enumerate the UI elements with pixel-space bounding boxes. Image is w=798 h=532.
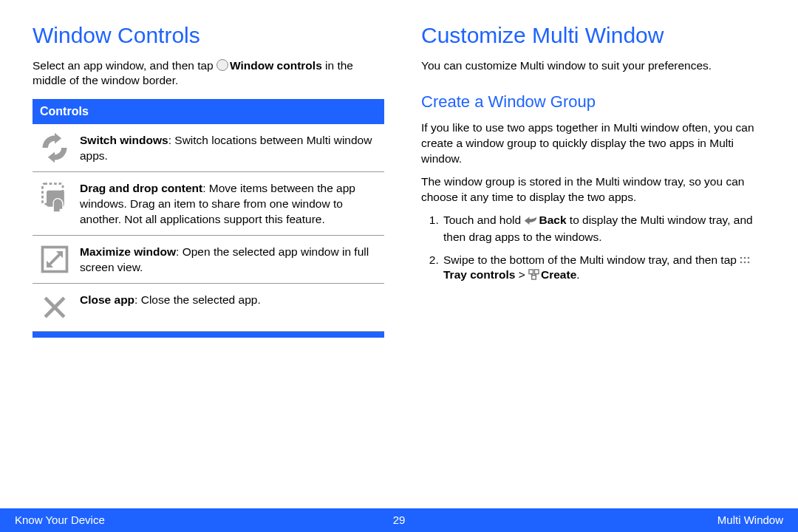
step2-bold1: Tray controls [443, 268, 515, 281]
step1-before: Touch and hold [443, 214, 524, 226]
svg-point-11 [744, 256, 746, 259]
step2-bold2: Create [541, 268, 576, 281]
dragdrop-label: Drag and drop content [80, 182, 202, 194]
svg-point-10 [740, 256, 743, 259]
create-group-steps: Touch and hold Back to display the Multi… [427, 213, 773, 285]
page-footer: Know Your Device 29 Multi Window [0, 508, 798, 532]
maximize-text: Maximize window: Open the selected app w… [80, 243, 378, 276]
dragdrop-icon [38, 180, 71, 212]
svg-point-13 [740, 261, 743, 263]
svg-point-12 [748, 256, 750, 259]
svg-point-15 [748, 261, 750, 263]
customize-heading: Customize Multi Window [421, 21, 773, 51]
close-desc: : Close the selected app. [134, 293, 261, 306]
svg-line-5 [50, 253, 61, 265]
close-text: Close app: Close the selected app. [80, 291, 378, 308]
maximize-icon [38, 243, 71, 276]
create-group-p2: The window group is stored in the Multi … [421, 174, 773, 205]
intro-text-before: Select an app window, and then tap [33, 59, 216, 72]
list-item: Swipe to the bottom of the Multi window … [442, 253, 773, 285]
step2-sep: > [515, 268, 528, 281]
controls-table: Controls Switch windows: Switch location… [33, 99, 384, 337]
switch-icon [38, 132, 71, 164]
maximize-label: Maximize window [80, 245, 176, 258]
window-controls-intro: Select an app window, and then tap Windo… [33, 58, 384, 89]
table-row: Drag and drop content: Move items betwee… [33, 172, 384, 236]
table-row: Close app: Close the selected app. [33, 284, 384, 332]
svg-marker-1 [48, 151, 55, 163]
switch-windows-text: Switch windows: Switch locations between… [80, 132, 378, 164]
controls-table-footer-bar [33, 332, 384, 338]
create-group-heading: Create a Window Group [421, 91, 773, 113]
footer-right: Multi Window [717, 513, 783, 528]
controls-table-header: Controls [33, 99, 384, 124]
svg-marker-0 [55, 133, 61, 144]
manual-page: Window Controls Select an app window, an… [0, 0, 798, 532]
svg-rect-17 [534, 270, 539, 274]
two-column-layout: Window Controls Select an app window, an… [33, 21, 773, 338]
window-controls-handle-icon [216, 59, 228, 71]
create-group-p1: If you like to use two apps together in … [421, 120, 773, 167]
intro-bold: Window controls [230, 59, 322, 72]
window-controls-heading: Window Controls [33, 21, 384, 51]
list-item: Touch and hold Back to display the Multi… [442, 213, 773, 245]
svg-rect-16 [529, 270, 533, 274]
dragdrop-text: Drag and drop content: Move items betwee… [80, 180, 378, 228]
create-icon [528, 269, 539, 284]
step2-end: . [576, 268, 579, 281]
switch-windows-label: Switch windows [80, 134, 168, 146]
left-column: Window Controls Select an app window, an… [33, 21, 384, 338]
right-column: Customize Multi Window You can customize… [421, 21, 773, 338]
table-row: Maximize window: Open the selected app w… [33, 236, 384, 284]
close-icon [38, 291, 71, 324]
step2-before: Swipe to the bottom of the Multi window … [443, 253, 740, 266]
back-icon [524, 214, 537, 230]
customize-intro: You can customize Multi window to suit y… [421, 58, 773, 74]
table-row: Switch windows: Switch locations between… [33, 124, 384, 172]
svg-point-14 [744, 261, 746, 263]
tray-controls-icon [740, 253, 750, 260]
footer-page-number: 29 [393, 513, 406, 528]
footer-left: Know Your Device [15, 513, 105, 528]
close-label: Close app [80, 293, 134, 306]
step1-bold: Back [539, 214, 566, 226]
